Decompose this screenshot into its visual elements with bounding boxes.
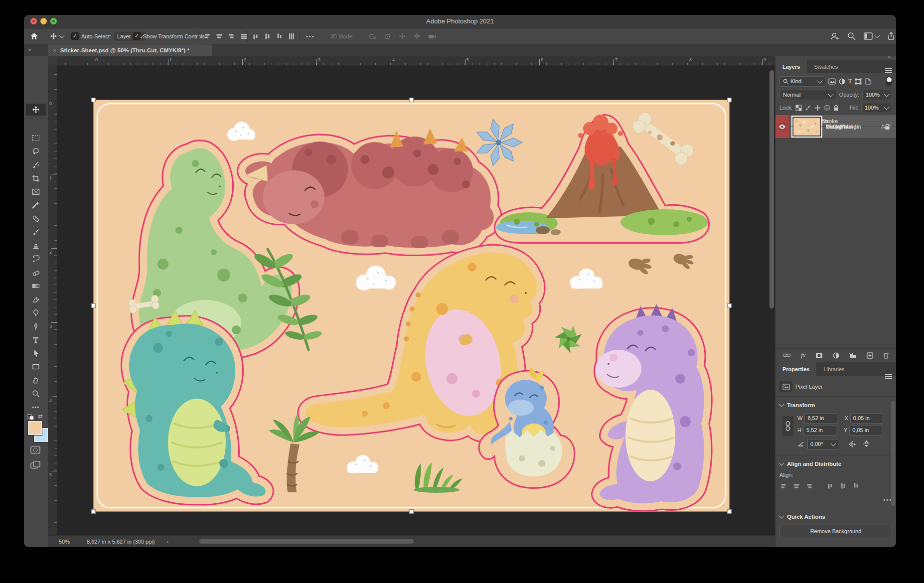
constrain-proportions-toggle[interactable] xyxy=(782,416,793,436)
selection-handle-ne[interactable] xyxy=(727,98,732,102)
align-center-h-icon[interactable] xyxy=(793,483,800,489)
eyedropper-tool[interactable] xyxy=(26,199,46,211)
user-account-icon[interactable] xyxy=(830,32,839,41)
frame-tool[interactable] xyxy=(26,186,46,198)
align-bottom-icon[interactable] xyxy=(276,33,283,40)
show-transform-checkbox[interactable]: ✓ xyxy=(133,32,141,40)
panel-menu-icon[interactable] xyxy=(885,374,892,375)
clone-stamp-tool[interactable] xyxy=(26,240,46,252)
3d-orbit-icon[interactable] xyxy=(368,32,376,40)
quick-mask-button[interactable] xyxy=(30,446,40,455)
3d-slide-icon[interactable] xyxy=(413,32,421,40)
lock-all-icon[interactable] xyxy=(833,105,839,111)
brush-tool[interactable] xyxy=(26,226,46,238)
align-section-header[interactable]: Align and Distribute xyxy=(779,459,892,469)
search-icon[interactable] xyxy=(847,32,856,40)
align-top-icon[interactable] xyxy=(827,482,833,489)
angle-field[interactable]: 0,00° xyxy=(807,439,838,449)
type-tool[interactable] xyxy=(26,334,46,346)
align-middle-icon[interactable] xyxy=(264,33,271,40)
foreground-color-swatch[interactable] xyxy=(28,421,42,435)
crop-tool[interactable] xyxy=(26,172,46,184)
canvas-viewport[interactable]: .dl1{stroke:#E4386F;stroke-width:34;fill… xyxy=(57,65,775,536)
selection-handle-w[interactable] xyxy=(91,303,96,308)
share-icon[interactable] xyxy=(887,32,895,40)
transform-section-header[interactable]: Transform xyxy=(779,400,892,410)
toolbar-expand-icon[interactable]: » xyxy=(28,47,32,52)
pen-tool[interactable] xyxy=(26,320,46,332)
dodge-tool[interactable] xyxy=(26,307,46,319)
document-tab[interactable]: × Sticker-Sheet.psd @ 50% (Thru-Cut, CMY… xyxy=(48,44,212,56)
filter-kind-dropdown[interactable]: Kind xyxy=(779,76,825,87)
selection-handle-sw[interactable] xyxy=(91,509,96,514)
object-selection-tool[interactable] xyxy=(26,159,46,171)
x-field[interactable]: 0,05 in xyxy=(850,413,883,424)
default-colors-icon[interactable] xyxy=(27,414,34,421)
smudge-tool[interactable] xyxy=(26,293,46,305)
blend-mode-dropdown[interactable]: Normal xyxy=(779,90,836,100)
selection-handle-e[interactable] xyxy=(727,303,732,308)
layer-thumbnail[interactable] xyxy=(793,117,821,136)
shape-tool[interactable] xyxy=(26,361,46,373)
panel-collapse-icon[interactable]: » xyxy=(888,54,891,60)
tab-properties[interactable]: Properties xyxy=(775,362,816,376)
lasso-tool[interactable] xyxy=(26,146,46,157)
lock-position-icon[interactable] xyxy=(814,105,821,111)
lock-pixels-icon[interactable] xyxy=(805,105,811,111)
tab-libraries[interactable]: Libraries xyxy=(816,362,851,376)
filter-adjustment-icon[interactable] xyxy=(839,78,845,85)
distribute-v-icon[interactable] xyxy=(288,33,295,40)
height-field[interactable]: 5,52 in xyxy=(803,425,836,436)
new-group-icon[interactable] xyxy=(849,352,857,358)
opacity-dropdown[interactable]: 100% xyxy=(862,90,892,100)
canvas-horizontal-scrollbar[interactable] xyxy=(199,539,414,544)
flip-vertical-icon[interactable] xyxy=(863,440,870,447)
marquee-tool[interactable] xyxy=(26,132,46,144)
lock-artboard-icon[interactable] xyxy=(824,105,830,111)
add-mask-icon[interactable] xyxy=(815,352,823,359)
filter-pixel-icon[interactable] xyxy=(828,78,836,85)
selection-handle-s[interactable] xyxy=(409,509,414,514)
layer-style-icon[interactable]: fx xyxy=(801,351,805,359)
close-tab-icon[interactable]: × xyxy=(53,47,56,53)
swap-colors-icon[interactable]: ⇄ xyxy=(38,413,42,420)
lock-transparency-icon[interactable] xyxy=(795,105,802,111)
link-layers-icon[interactable] xyxy=(782,353,791,358)
distribute-h-icon[interactable] xyxy=(241,33,248,39)
layer-row-background[interactable]: Background xyxy=(775,115,896,139)
gradient-tool[interactable] xyxy=(26,280,46,292)
screen-mode-button[interactable] xyxy=(30,461,40,470)
workspace-switcher[interactable] xyxy=(864,32,879,40)
auto-select-checkbox[interactable]: ✓ xyxy=(71,32,79,40)
fill-dropdown[interactable]: 100% xyxy=(861,103,892,113)
move-tool[interactable] xyxy=(26,104,46,116)
filter-toggle[interactable] xyxy=(886,76,892,86)
new-layer-icon[interactable] xyxy=(867,352,873,359)
filter-smart-object-icon[interactable] xyxy=(865,78,871,85)
align-center-h-icon[interactable] xyxy=(216,33,223,39)
3d-camera-icon[interactable] xyxy=(428,33,437,40)
selection-handle-nw[interactable] xyxy=(91,98,96,102)
selection-handle-n[interactable] xyxy=(409,98,414,102)
3d-pan-icon[interactable] xyxy=(398,32,406,40)
canvas-vertical-scrollbar[interactable] xyxy=(770,70,774,308)
home-button[interactable] xyxy=(30,28,38,44)
align-top-icon[interactable] xyxy=(252,33,259,40)
align-bottom-icon[interactable] xyxy=(853,482,859,489)
remove-background-button[interactable]: Remove Background xyxy=(779,525,892,538)
flip-horizontal-icon[interactable] xyxy=(848,441,857,447)
move-tool-preset[interactable] xyxy=(50,28,64,44)
quick-actions-header[interactable]: Quick Actions xyxy=(779,512,892,522)
zoom-level[interactable]: 50% xyxy=(59,539,70,545)
edit-toolbar-button[interactable]: ••• xyxy=(26,401,46,413)
align-right-icon[interactable] xyxy=(806,483,813,489)
panel-menu-icon[interactable] xyxy=(885,68,892,69)
align-right-icon[interactable] xyxy=(228,33,235,39)
ruler-horizontal[interactable]: 0 1 2 3 4 5 6 7 8 9 xyxy=(57,56,775,66)
selection-handle-se[interactable] xyxy=(727,509,732,514)
width-field[interactable]: 8,52 in xyxy=(804,413,837,424)
tab-swatches[interactable]: Swatches xyxy=(807,60,845,73)
more-align-options-button[interactable]: ••• xyxy=(306,28,315,44)
delete-layer-icon[interactable] xyxy=(883,352,889,359)
filter-type-icon[interactable]: T xyxy=(848,78,852,85)
